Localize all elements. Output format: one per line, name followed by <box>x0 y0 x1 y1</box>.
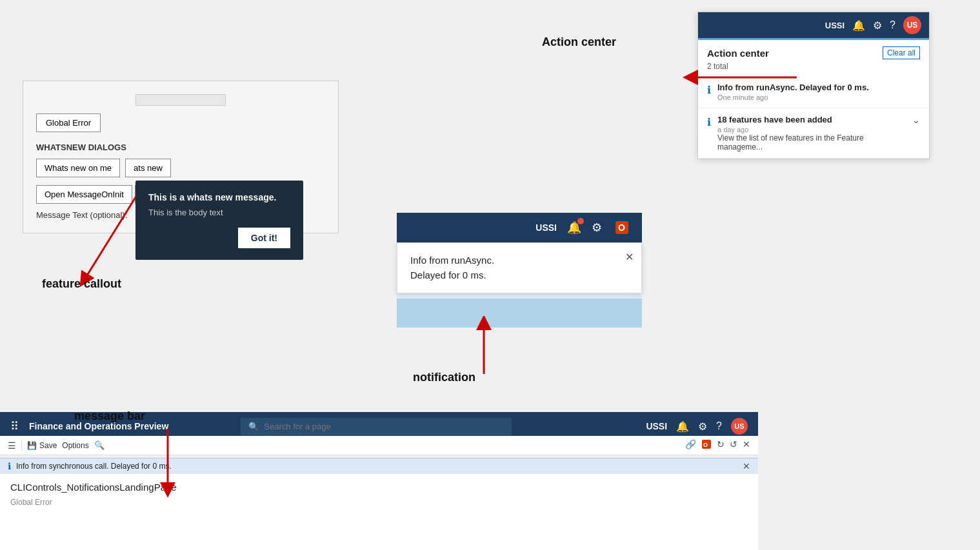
bottom-search-box[interactable]: 🔍 <box>241 418 512 435</box>
ac-clear-all-button[interactable]: Clear all <box>883 46 920 59</box>
toolbar-search-icon[interactable]: 🔍 <box>94 440 105 450</box>
toolbar-options-button[interactable]: Options <box>62 441 88 450</box>
notification-blue-bar <box>397 299 642 328</box>
ac-gear-icon[interactable]: ⚙ <box>873 19 882 32</box>
ac-item-2: ℹ 18 features have been added a day ago … <box>698 108 929 159</box>
info-message-bar: ℹ Info from synchronous call. Delayed fo… <box>0 458 758 474</box>
svg-text:O: O <box>703 442 708 448</box>
action-center-arrow <box>677 42 806 93</box>
toolbar-save-label: Save <box>39 441 57 450</box>
whats-new-button-2[interactable]: ats new <box>125 159 171 177</box>
toolbar-refresh-icon[interactable]: ↻ <box>717 439 725 451</box>
info-bar-text: Info from synchronous call. Delayed for … <box>16 462 172 471</box>
ac-item2-content: 18 features have been added a day ago Vi… <box>717 115 906 152</box>
bottom-ussi-text: USSI <box>646 421 667 431</box>
bottom-gear-icon[interactable]: ⚙ <box>698 420 707 433</box>
tooltip-title: This is a whats new message. <box>148 192 290 202</box>
ac-item2-body: View the list of new features in the Fea… <box>717 133 906 152</box>
message-bar-arrow <box>152 426 190 503</box>
notification-label: notification <box>413 371 475 384</box>
content-global-error-label: Global Error <box>10 498 748 507</box>
toolbar-close-icon[interactable]: ✕ <box>743 439 750 451</box>
bottom-grid-icon[interactable]: ⠿ <box>10 419 19 433</box>
toolbar-save-icon: 💾 <box>27 441 37 450</box>
svg-text:O: O <box>618 222 625 233</box>
whats-new-button[interactable]: Whats new on me <box>36 159 120 177</box>
dark-tooltip-popup: This is a whats new message. This is the… <box>135 181 303 260</box>
got-it-button[interactable]: Got it! <box>238 228 290 248</box>
ac-item2-title: 18 features have been added <box>717 115 906 124</box>
toolbar-hamburger-icon[interactable]: ☰ <box>8 440 16 451</box>
callout-buttons-row: Whats new on me ats new <box>36 159 325 177</box>
bottom-search-icon: 🔍 <box>248 422 259 431</box>
info-bar-close-button[interactable]: ✕ <box>743 461 750 471</box>
toolbar-options-label: Options <box>62 441 88 450</box>
bottom-right-icons: USSI 🔔 ⚙ ? US <box>646 418 748 435</box>
notification-section: USSI 🔔 ⚙ O ✕ Info from runAsync. Delayed… <box>397 213 642 328</box>
notification-gear-icon[interactable]: ⚙ <box>592 221 602 235</box>
action-center-topbar: USSI 🔔 ⚙ ? US <box>698 12 929 38</box>
bottom-bell-icon[interactable]: 🔔 <box>676 420 689 433</box>
toolbar-save-button[interactable]: 💾 Save <box>27 441 57 450</box>
notification-info-strip <box>397 293 642 299</box>
notification-bell-icon[interactable]: 🔔 <box>567 221 581 235</box>
tooltip-body: This is the body text <box>148 208 290 217</box>
svg-line-0 <box>84 187 142 280</box>
ac-item2-time: a day ago <box>717 126 906 133</box>
toolbar-separator-1 <box>21 440 22 451</box>
bottom-help-icon[interactable]: ? <box>716 420 722 432</box>
content-area: CLIControls_NotificationsLandingPage Glo… <box>0 474 758 550</box>
toolbar-office-icon[interactable]: O <box>701 439 712 451</box>
whatsnew-section-label: WHATSNEW DIALOGS <box>36 142 325 152</box>
ac-bell-icon[interactable]: 🔔 <box>852 19 865 32</box>
bell-badge <box>577 218 584 224</box>
ac-item1-time: One minute ago <box>717 93 869 101</box>
notification-card: ✕ Info from runAsync. Delayed for 0 ms. <box>397 242 642 293</box>
bottom-search-input[interactable] <box>264 422 504 431</box>
global-error-button[interactable]: Global Error <box>36 113 101 132</box>
ac-item2-expand-icon[interactable]: ⌄ <box>912 115 920 125</box>
toolbar-right-icons: 🔗 O ↻ ↺ ✕ <box>685 439 750 451</box>
ac-help-icon[interactable]: ? <box>890 19 895 31</box>
ac-ussi-text: USSI <box>825 21 845 30</box>
toolbar-link-icon[interactable]: 🔗 <box>685 439 696 451</box>
office-logo: O <box>612 218 632 237</box>
notification-text: Info from runAsync. Delayed for 0 ms. <box>410 253 628 282</box>
content-page-title: CLIControls_NotificationsLandingPage <box>10 482 748 493</box>
bottom-avatar[interactable]: US <box>731 418 748 435</box>
notification-close-button[interactable]: ✕ <box>625 251 634 263</box>
info-bar-info-icon: ℹ <box>8 461 11 471</box>
ac-item2-info-icon: ℹ <box>707 116 711 128</box>
toolbar-undo-icon[interactable]: ↺ <box>730 439 737 451</box>
bottom-toolbar: ☰ 💾 Save Options 🔍 🔗 O ↻ ↺ ✕ <box>0 436 758 455</box>
ac-avatar[interactable]: US <box>903 16 921 34</box>
feature-callout-label: feature callout <box>42 277 121 291</box>
action-center-label: Action center <box>542 35 616 49</box>
message-bar-label: message bar <box>74 409 145 423</box>
notification-app-bar: USSI 🔔 ⚙ O <box>397 213 642 242</box>
notification-ussi-text: USSI <box>535 222 557 233</box>
